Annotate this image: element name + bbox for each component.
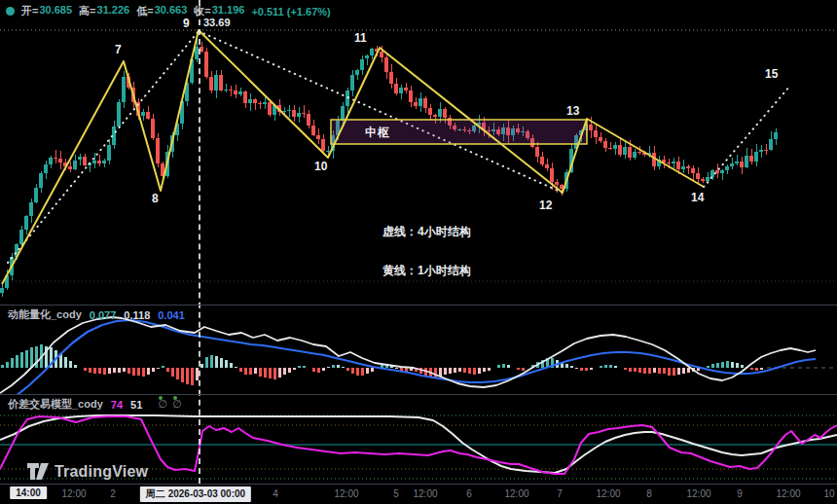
wave-point-label-9: 9 [183,17,190,30]
price-overlays [0,0,837,305]
4h-structure-dotted-line-2 [199,31,563,193]
4h-structure-dotted-line-3 [704,86,790,187]
time-axis-label: 12:00 [686,488,710,499]
time-axis-highlight-label: 周二 2026-03-03 00:00 [140,486,251,502]
symbol-status-dot [6,7,15,16]
annotation-4h-structure: 虚线：4小时结构 [382,224,471,240]
time-axis-label: 5 [393,488,399,499]
wave-point-label-12: 12 [539,198,552,212]
pane-divider-1[interactable] [0,305,837,306]
ohlc-low: 低=30.663 [136,4,187,18]
spread-model-title-row: 价差交易模型_cody 7451 ∅∅ [8,397,186,412]
tradingview-logo[interactable]: TradingView [27,462,148,481]
indicator2-markers: ∅∅ [158,398,186,411]
time-axis-label: 7 [557,488,563,499]
4h-structure-dotted-line-1 [8,31,199,263]
indicator2-value-2: 51 [130,399,142,411]
time-axis-label: 6 [466,488,472,499]
time-axis-label: 8 [646,488,652,499]
time-axis-label: 12:00 [61,488,86,499]
momentum-indicator-pane[interactable]: 动能量化_cody 0.0770.1180.041 [0,305,837,394]
indicator1-value-3: 0.041 [158,309,185,321]
time-axis-label: 10 [823,488,834,499]
indicator2-value-1: 74 [111,399,123,411]
wave-point-label-13: 13 [566,104,579,118]
tradingview-logo-icon [27,462,49,481]
time-axis-label: 12:00 [413,488,437,499]
wave-point-label-8: 8 [152,192,159,205]
time-axis[interactable]: 14:0012:002周二 2026-03-03 00:00412:00512:… [0,484,837,504]
indicator1-value-2: 0.118 [124,309,150,321]
time-axis-highlight-label: 14:00 [10,486,47,499]
tradingview-logo-text: TradingView [55,463,148,481]
pane-divider-2[interactable] [0,394,837,395]
time-axis-label: 12:00 [334,488,358,499]
momentum-fast-line [0,317,816,393]
ohlc-legend: 开=30.685 高=31.226 低=30.663 收=31.196 +0.5… [6,4,331,18]
indicator2-empty-marker-1: ∅ [158,398,167,410]
wave-point-label-11: 11 [354,31,367,45]
indicator1-values: 0.0770.1180.041 [90,309,193,321]
time-axis-label: 2 [110,488,116,499]
indicator2-values: 7451 [111,399,151,411]
momentum-slow-line [0,320,816,394]
wave-point-label-15: 15 [765,67,778,81]
momentum-indicator-title-row: 动能量化_cody 0.0770.1180.041 [8,307,193,322]
wave-point-label-10: 10 [314,160,327,173]
1h-structure-yellow-zigzag [2,30,704,284]
time-axis-label: 4 [273,488,278,499]
ohlc-close: 收=31.196 [194,4,244,18]
pivot-zone-label: 中枢 [365,125,390,141]
indicator1-title[interactable]: 动能量化_cody [8,307,82,322]
ohlc-change: +0.511 (+1.67%) [251,6,330,18]
time-axis-label: 12:00 [776,488,800,499]
ohlc-open: 开=30.685 [21,4,72,18]
wave-point-label-14: 14 [691,191,704,204]
crosshair-vertical-line [199,0,200,484]
price-pane[interactable]: 789101112131415 33.69 中枢 虚线：4小时结构 黄线：1小时… [0,0,837,305]
chart-root: 789101112131415 33.69 中枢 虚线：4小时结构 黄线：1小时… [0,0,837,504]
time-axis-label: 12:00 [596,488,620,499]
annotation-1h-structure: 黄线：1小时结构 [382,263,471,279]
indicator1-value-1: 0.077 [90,309,117,321]
indicator2-empty-marker-2: ∅ [172,398,182,410]
indicator2-title[interactable]: 价差交易模型_cody [8,397,103,412]
time-axis-label: 9 [737,488,743,499]
wave-point-label-7: 7 [115,43,122,56]
time-axis-label: 12:00 [504,488,528,499]
ohlc-high: 高=31.226 [79,4,129,18]
